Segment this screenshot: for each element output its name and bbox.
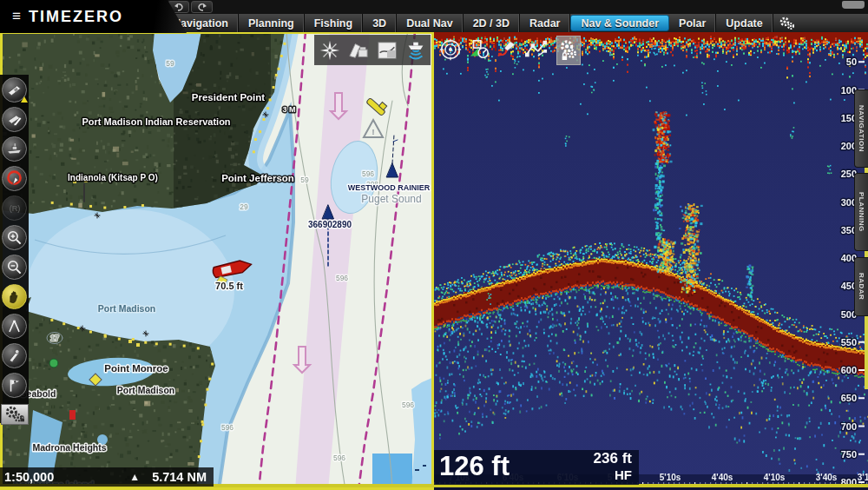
svg-text:(R): (R)	[9, 204, 20, 213]
side-tab-radar[interactable]: RADAR	[854, 257, 868, 316]
chart-scalebar: 1:50,000 ▲ 5.714 NM	[0, 467, 214, 487]
sounder-boat-button[interactable]	[401, 36, 430, 64]
chart-display-icon	[377, 40, 398, 61]
flag-icon	[6, 377, 23, 394]
window-grip[interactable]	[842, 1, 865, 9]
hand-icon	[6, 288, 23, 305]
chart-range: 5.714 NM	[152, 470, 207, 484]
chart-display-button[interactable]	[372, 36, 401, 64]
mob-icon	[5, 169, 23, 188]
menu-hamburger-icon[interactable]: ≡	[12, 8, 21, 25]
chart-toolbar	[314, 35, 431, 65]
undo-arrow-icon	[174, 3, 184, 11]
chart-canvas[interactable]	[0, 31, 434, 490]
frequency-badge: HF	[594, 467, 632, 482]
mob-button[interactable]	[2, 166, 27, 191]
ship-3d-button[interactable]	[2, 136, 27, 162]
rstandby-icon: (R)	[6, 202, 23, 215]
redo-arrow-icon	[197, 3, 207, 11]
compass-rose-button[interactable]	[315, 36, 344, 64]
route-plan-icon	[523, 38, 549, 61]
tab-nav-sounder[interactable]: Nav & Sounder	[570, 15, 669, 31]
app-window: NavigationPlanningFishing3DDual Nav2D / …	[0, 0, 868, 490]
tab-dual-nav[interactable]: Dual Nav	[397, 14, 464, 32]
north-arrow-icon: ▲	[129, 471, 140, 483]
center-on-boat-button[interactable]	[2, 77, 27, 103]
compass-rose-icon	[319, 39, 341, 62]
sounder-panel[interactable]	[434, 31, 868, 490]
workspace-tabbar: NavigationPlanningFishing3DDual Nav2D / …	[163, 14, 868, 32]
zoomout-icon	[6, 259, 23, 275]
chart-scale: 1:50,000	[4, 470, 54, 484]
tab-3d[interactable]: 3D	[363, 14, 397, 32]
sounder-boat-icon	[403, 39, 429, 62]
route-plan-button[interactable]	[522, 35, 550, 63]
boat-route-button[interactable]	[493, 35, 522, 63]
radar-standby-button[interactable]: (R)	[2, 195, 27, 221]
gears-lock-icon	[559, 39, 578, 62]
zoomin-icon	[6, 229, 23, 246]
app-logo-band: ≡ TIMEZERO	[0, 0, 187, 33]
chart-catalog-icon	[347, 40, 370, 61]
tab-planning[interactable]: Planning	[239, 14, 305, 32]
sounder-toolbar	[436, 35, 550, 63]
zoom-in-button[interactable]	[2, 225, 27, 250]
radar-rings-button[interactable]	[436, 35, 464, 63]
ship-icon	[6, 141, 23, 157]
tabbar-gear-icon[interactable]	[773, 14, 801, 32]
tab-2d-3d[interactable]: 2D / 3D	[464, 14, 520, 32]
divider-tool-button[interactable]	[2, 314, 27, 339]
pencil-icon	[6, 348, 23, 364]
target-mark-icon	[467, 38, 491, 61]
tab-update[interactable]: Update	[716, 14, 773, 32]
target-mark-button[interactable]	[464, 35, 493, 63]
pan-hand-button[interactable]	[2, 284, 27, 309]
chart-panel[interactable]	[0, 31, 434, 490]
side-tab-navigation[interactable]: NAVIGATION	[854, 89, 868, 168]
echogram-canvas[interactable]	[434, 31, 868, 490]
redo-button[interactable]	[191, 1, 213, 13]
tab-radar[interactable]: Radar	[520, 14, 570, 32]
chart-catalog-button[interactable]	[344, 36, 372, 64]
left-toolbar: (R)	[0, 75, 29, 423]
boat-track-button[interactable]	[2, 107, 27, 132]
flag-waypoint-button[interactable]	[2, 373, 27, 398]
divider-icon	[6, 318, 23, 334]
app-brand: TIMEZERO	[29, 8, 123, 26]
depth-readout-box: 126 ft 236 ft HF	[434, 450, 639, 485]
zoom-out-button[interactable]	[2, 255, 27, 280]
gears-lock-icon	[4, 405, 25, 424]
current-depth: 126 ft	[439, 452, 510, 481]
radar-rings-icon	[438, 37, 463, 62]
annotation-button[interactable]	[2, 343, 27, 368]
boat-tool-icon	[6, 111, 23, 128]
toolbar-settings-button[interactable]	[1, 404, 29, 425]
boat-route-icon	[496, 38, 520, 61]
warning-triangle-icon	[21, 96, 28, 103]
tab-fishing[interactable]: Fishing	[305, 14, 363, 32]
sounder-settings-button[interactable]	[556, 36, 581, 65]
cursor-depth: 236 ft	[594, 450, 632, 467]
tab-polar[interactable]: Polar	[669, 14, 716, 32]
side-tab-planning[interactable]: PLANNING	[854, 173, 868, 251]
